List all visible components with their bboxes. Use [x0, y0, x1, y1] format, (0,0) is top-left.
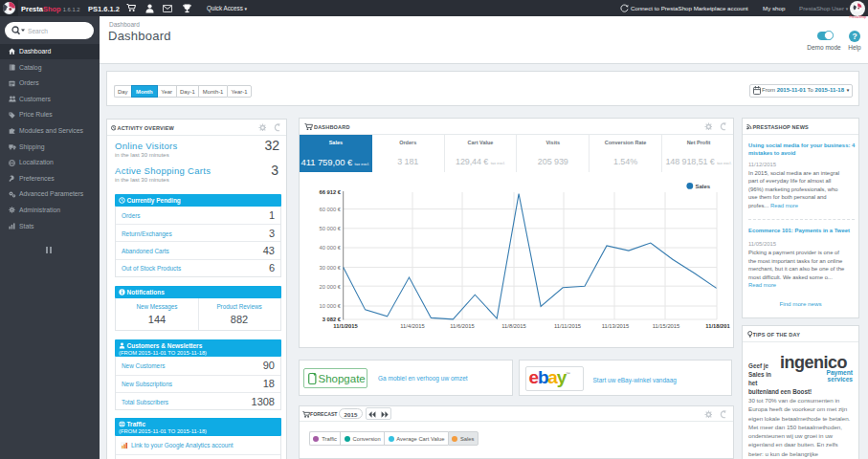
- svg-text:3 082 €: 3 082 €: [323, 316, 342, 321]
- svg-text:11/8/2015: 11/8/2015: [501, 322, 525, 328]
- svg-text:11/6/2015: 11/6/2015: [450, 322, 474, 328]
- svg-text:11/4/2015: 11/4/2015: [400, 322, 424, 328]
- svg-text:20 000 €: 20 000 €: [319, 283, 341, 289]
- svg-text:11/1/2015: 11/1/2015: [333, 322, 358, 328]
- svg-text:11/18/201: 11/18/201: [705, 322, 730, 328]
- svg-text:50 000 €: 50 000 €: [319, 226, 341, 231]
- svg-text:11/11/2015: 11/11/2015: [554, 322, 581, 328]
- svg-text:11/13/2015: 11/13/2015: [602, 322, 630, 328]
- svg-text:Sales: Sales: [696, 183, 711, 188]
- svg-text:40 000 €: 40 000 €: [319, 245, 341, 251]
- svg-text:11/15/2015: 11/15/2015: [653, 322, 680, 328]
- svg-text:PrestaShop: PrestaShop: [849, 15, 866, 19]
- svg-text:10 000 €: 10 000 €: [319, 303, 341, 309]
- svg-text:66 912 €: 66 912 €: [319, 189, 341, 195]
- svg-text:60 000 €: 60 000 €: [319, 206, 341, 211]
- svg-text:30 000 €: 30 000 €: [319, 264, 341, 270]
